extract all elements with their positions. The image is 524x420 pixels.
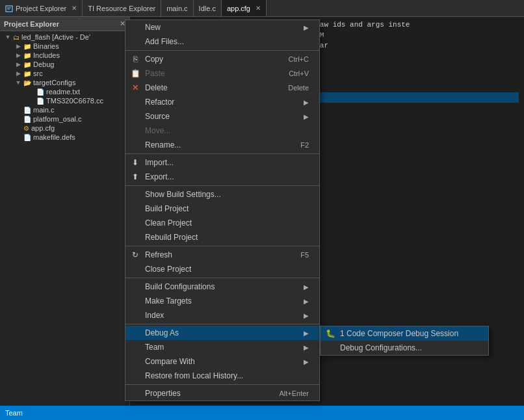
menu-item-rename[interactable]: Rename... F2	[125, 138, 319, 152]
menu-export-label: Export...	[145, 172, 174, 181]
menu-source-label: Source	[145, 112, 170, 121]
menu-item-show-build-settings[interactable]: Show Build Settings...	[125, 187, 319, 202]
root-folder-icon: 🗂	[13, 34, 20, 41]
menu-source-arrow: ▶	[304, 113, 309, 120]
binaries-arrow: ▶	[13, 43, 23, 49]
menu-item-paste[interactable]: 📋 Paste Ctrl+V	[125, 66, 319, 81]
tree-item-app-cfg[interactable]: ⚙ app.cfg	[0, 124, 129, 133]
menu-properties-label: Properties	[145, 389, 181, 398]
binaries-icon: 📁	[23, 43, 31, 50]
status-text: Team	[5, 409, 23, 417]
export-icon: ⬆	[129, 172, 141, 181]
tree-item-targetconfigs[interactable]: ▼ 📂 targetConfigs	[0, 78, 129, 87]
project-explorer-panel: Project Explorer ✕ ▼ 🗂 led_flash [Active…	[0, 17, 130, 406]
app-cfg-icon: ⚙	[23, 125, 29, 132]
tree-item-readme[interactable]: 📄 readme.txt	[0, 87, 129, 96]
menu-item-import[interactable]: ⬇ Import...	[125, 155, 319, 170]
tree-item-src[interactable]: ▶ 📁 src	[0, 69, 129, 78]
menu-compare-with-arrow: ▶	[304, 358, 309, 365]
menu-rebuild-project-label: Rebuild Project	[145, 233, 198, 242]
menu-restore-history-label: Restore from Local History...	[145, 371, 243, 380]
targetconfigs-label: targetConfigs	[33, 79, 75, 86]
debug-folder-icon: 📁	[23, 61, 31, 68]
menu-item-index[interactable]: Index ▶	[125, 308, 319, 322]
menu-debug-as-arrow: ▶	[304, 330, 309, 337]
binaries-label: Binaries	[33, 42, 59, 50]
tab-ti-resource-explorer[interactable]: TI Resource Explorer	[83, 0, 161, 16]
menu-item-compare-with[interactable]: Compare With ▶	[125, 354, 319, 369]
menu-item-source[interactable]: Source ▶	[125, 109, 319, 124]
menu-item-add-files[interactable]: Add Files...	[125, 34, 319, 49]
tree-view[interactable]: ▼ 🗂 led_flash [Active - De' ▶ 📁 Binaries…	[0, 31, 129, 406]
tree-item-includes[interactable]: ▶ 📁 Includes	[0, 51, 129, 60]
menu-item-copy[interactable]: ⎘ Copy Ctrl+C	[125, 52, 319, 66]
menu-import-label: Import...	[145, 158, 174, 167]
menu-item-delete[interactable]: ✕ Delete Delete	[125, 81, 319, 95]
menu-debug-as-label: Debug As	[145, 328, 179, 337]
src-label: src	[33, 70, 43, 77]
menu-refresh-shortcut: F5	[300, 251, 309, 259]
menu-paste-label: Paste	[145, 69, 165, 78]
menu-sep-5	[125, 278, 319, 278]
menu-index-arrow: ▶	[304, 312, 309, 319]
panel-title: Project Explorer	[4, 20, 59, 28]
panel-title-bar: Project Explorer ✕	[0, 17, 129, 31]
menu-item-properties[interactable]: Properties Alt+Enter	[125, 386, 319, 400]
tab-idle-c[interactable]: Idle.c	[194, 0, 222, 16]
tms320-icon: 📄	[36, 98, 44, 105]
tab-main-c[interactable]: main.c	[161, 0, 193, 16]
tree-item-main-c[interactable]: 📄 main.c	[0, 105, 129, 114]
tree-item-platform-osal[interactable]: 📄 platform_osal.c	[0, 114, 129, 124]
menu-item-move[interactable]: Move...	[125, 124, 319, 138]
main-c-label: main.c	[33, 106, 54, 114]
submenu-debug-configs-label: Debug Configurations...	[340, 343, 422, 352]
menu-move-label: Move...	[145, 126, 170, 135]
tab-app-cfg[interactable]: app.cfg ✕	[222, 0, 267, 16]
menu-sep-4	[125, 246, 319, 246]
menu-sep-7	[125, 384, 319, 385]
menu-rename-label: Rename...	[145, 140, 181, 150]
menu-show-build-label: Show Build Settings...	[145, 190, 221, 199]
menu-refactor-label: Refactor	[145, 98, 174, 107]
menu-index-label: Index	[145, 311, 164, 320]
tree-root-arrow: ▼	[3, 34, 13, 40]
tree-item-binaries[interactable]: ▶ 📁 Binaries	[0, 42, 129, 51]
src-icon: 📁	[23, 70, 31, 77]
tree-item-tms320[interactable]: 📄 TMS320C6678.cc	[0, 96, 129, 105]
menu-item-close-project[interactable]: Close Project	[125, 262, 319, 276]
platform-osal-label: platform_osal.c	[33, 115, 82, 123]
menu-item-export[interactable]: ⬆ Export...	[125, 170, 319, 184]
menu-item-refactor[interactable]: Refactor ▶	[125, 95, 319, 109]
menu-item-rebuild-project[interactable]: Rebuild Project	[125, 230, 319, 244]
includes-icon: 📁	[23, 52, 31, 59]
submenu-item-ccs-debug[interactable]: 🐛 1 Code Composer Debug Session	[321, 326, 488, 341]
menu-sep-6	[125, 324, 319, 324]
submenu-item-debug-configs[interactable]: Debug Configurations...	[321, 341, 488, 355]
tab-project-explorer[interactable]: Project Explorer ✕	[0, 0, 83, 16]
tab-label-main-c: main.c	[166, 5, 187, 12]
tab-label-idle-c: Idle.c	[199, 5, 216, 12]
status-bar: Team	[0, 406, 524, 420]
menu-item-build-project[interactable]: Build Project	[125, 202, 319, 216]
menu-item-restore-history[interactable]: Restore from Local History...	[125, 369, 319, 383]
tree-item-debug[interactable]: ▶ 📁 Debug	[0, 60, 129, 69]
delete-icon: ✕	[129, 83, 141, 92]
menu-item-build-configurations[interactable]: Build Configurations ▶	[125, 280, 319, 294]
menu-sep-1	[125, 50, 319, 51]
tree-item-makefile[interactable]: 📄 makefile.defs	[0, 133, 129, 142]
tab-close-project-explorer[interactable]: ✕	[72, 5, 77, 12]
menu-item-debug-as[interactable]: Debug As ▶ 🐛 1 Code Composer Debug Sessi…	[125, 326, 319, 340]
tree-root-label: led_flash [Active - De'	[21, 33, 90, 41]
menu-item-refresh[interactable]: ↻ Refresh F5	[125, 248, 319, 262]
targetconfigs-arrow: ▼	[13, 79, 23, 86]
ccs-debug-icon: 🐛	[324, 329, 336, 338]
src-arrow: ▶	[13, 70, 23, 77]
tab-close-app-cfg[interactable]: ✕	[255, 5, 261, 12]
platform-osal-icon: 📄	[23, 116, 31, 123]
menu-close-project-label: Close Project	[145, 265, 191, 274]
menu-item-new[interactable]: New ▶	[125, 20, 319, 34]
menu-item-team[interactable]: Team ▶	[125, 340, 319, 354]
menu-item-make-targets[interactable]: Make Targets ▶	[125, 294, 319, 308]
menu-item-clean-project[interactable]: Clean Project	[125, 216, 319, 230]
tree-root[interactable]: ▼ 🗂 led_flash [Active - De'	[0, 33, 129, 42]
